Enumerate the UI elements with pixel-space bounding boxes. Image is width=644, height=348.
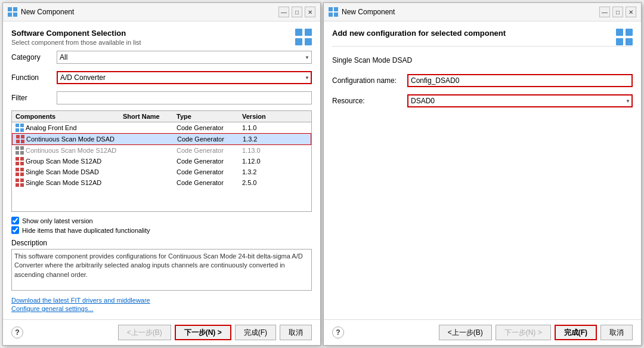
row-version: 1.3.2 — [242, 135, 277, 143]
header-version: Version — [241, 113, 277, 120]
config-name-input[interactable] — [407, 74, 633, 87]
table-row[interactable]: Single Scan Mode DSAD Code Generator 1.3… — [12, 167, 311, 177]
table-row[interactable]: Continuous Scan Mode S12AD Code Generato… — [12, 145, 311, 156]
svg-rect-38 — [616, 38, 623, 45]
right-help-button[interactable]: ? — [332, 327, 344, 338]
checkboxes-section: Show only latest version Hide items that… — [11, 217, 312, 234]
right-header-section: Add new configuration for selected compo… — [332, 29, 633, 39]
row-name: Continuous Scan Mode S12AD — [14, 146, 122, 155]
svg-rect-33 — [334, 7, 338, 11]
header-components: Components — [14, 113, 122, 120]
row-version: 1.13.0 — [241, 147, 277, 154]
category-select[interactable]: All — [57, 51, 312, 64]
description-label: Description — [11, 239, 312, 247]
svg-rect-23 — [20, 162, 24, 165]
svg-rect-15 — [21, 140, 24, 143]
right-minimize-button[interactable]: — — [599, 7, 610, 17]
components-table: Components Short Name Type Version Analo… — [11, 110, 312, 212]
config-name-label: Configuration name: — [332, 76, 404, 85]
filter-input[interactable] — [57, 91, 312, 104]
right-spacer — [332, 115, 633, 312]
filter-label: Filter — [11, 94, 53, 102]
header-short-name: Short Name — [122, 113, 175, 120]
right-prev-button[interactable]: <上一步(B) — [439, 325, 492, 340]
svg-rect-9 — [20, 124, 24, 127]
left-title-bar: New Component — □ ✕ — [3, 3, 320, 21]
svg-rect-36 — [616, 29, 623, 36]
svg-rect-31 — [20, 183, 24, 187]
left-next-button[interactable]: 下一步(N) > — [175, 325, 231, 340]
svg-rect-22 — [16, 162, 19, 165]
resource-select-wrapper: DSAD0 DSAD1 ▼ — [407, 94, 633, 107]
svg-rect-0 — [8, 7, 12, 11]
resource-select[interactable]: DSAD0 DSAD1 — [407, 94, 633, 107]
left-dialog-title: New Component — [21, 8, 275, 16]
row-version: 2.5.0 — [241, 179, 277, 186]
left-finish-button[interactable]: 完成(F) — [235, 325, 276, 340]
left-minimize-button[interactable]: — — [278, 7, 289, 17]
svg-rect-21 — [20, 157, 24, 161]
left-cancel-button[interactable]: 取消 — [280, 325, 312, 340]
show-latest-row: Show only latest version — [11, 217, 312, 224]
svg-rect-2 — [8, 13, 12, 17]
svg-rect-32 — [329, 7, 333, 11]
function-label: Function — [11, 73, 53, 82]
row-version: 1.12.0 — [241, 158, 277, 165]
left-title-controls: — □ ✕ — [278, 7, 315, 17]
svg-rect-39 — [626, 38, 633, 45]
config-name-row: Configuration name: — [332, 74, 633, 87]
show-latest-checkbox[interactable] — [11, 217, 19, 224]
hide-duplicated-row: Hide items that have duplicated function… — [11, 226, 312, 234]
table-row[interactable]: Continuous Scan Mode DSAD Code Generator… — [12, 133, 311, 145]
row-version: 1.1.0 — [241, 124, 277, 131]
function-select[interactable]: A/D Converter — [57, 71, 312, 84]
category-row: Category All ▼ — [11, 51, 312, 64]
left-prev-button[interactable]: <上一步(B) — [118, 325, 171, 340]
svg-rect-10 — [16, 128, 19, 132]
table-row[interactable]: Single Scan Mode S12AD Code Generator 2.… — [12, 177, 311, 188]
function-row: Function A/D Converter ▼ — [11, 71, 312, 84]
left-dialog: New Component — □ ✕ Software Component S… — [2, 2, 321, 346]
svg-rect-13 — [21, 135, 24, 138]
svg-rect-30 — [16, 183, 19, 187]
left-header-section: Software Component Selection Select comp… — [11, 29, 312, 46]
right-maximize-button[interactable]: □ — [612, 7, 623, 17]
right-dialog: New Component — □ ✕ Add new configuratio… — [323, 2, 642, 346]
resource-row: Resource: DSAD0 DSAD1 ▼ — [332, 94, 633, 107]
row-type: Code Generator — [175, 124, 241, 131]
svg-rect-7 — [305, 38, 312, 45]
left-maximize-button[interactable]: □ — [292, 7, 302, 17]
configure-link[interactable]: Configure general settings... — [11, 305, 312, 312]
right-title-controls: — □ ✕ — [599, 7, 636, 17]
filter-row: Filter — [11, 91, 312, 104]
right-section-title: Add new configuration for selected compo… — [332, 29, 633, 38]
table-row[interactable]: Analog Front End Code Generator 1.1.0 — [12, 122, 311, 133]
right-dialog-footer: ? <上一步(B) 下一步(N) > 完成(F) 取消 — [324, 319, 641, 345]
right-close-button[interactable]: ✕ — [626, 7, 636, 17]
table-row[interactable]: Group Scan Mode S12AD Code Generator 1.1… — [12, 156, 311, 167]
left-help-button[interactable]: ? — [11, 327, 23, 338]
svg-rect-20 — [16, 157, 19, 161]
row-name: Continuous Scan Mode DSAD — [15, 135, 122, 143]
left-close-button[interactable]: ✕ — [305, 7, 315, 17]
svg-rect-37 — [626, 29, 633, 36]
function-select-wrapper: A/D Converter ▼ — [57, 71, 312, 84]
svg-rect-5 — [305, 29, 312, 36]
svg-rect-16 — [16, 146, 19, 150]
right-next-button[interactable]: 下一步(N) > — [496, 325, 551, 340]
category-select-wrapper: All ▼ — [57, 51, 312, 64]
right-header-icon — [616, 29, 633, 47]
download-link[interactable]: Download the latest FIT drivers and midd… — [11, 297, 312, 304]
row-type: Code Generator — [175, 168, 241, 175]
svg-rect-17 — [20, 146, 24, 150]
left-section-subtitle: Select component from those available in… — [11, 39, 312, 46]
right-cancel-button[interactable]: 取消 — [600, 325, 633, 340]
left-title-icon — [8, 7, 17, 17]
left-header-icon — [295, 29, 312, 47]
svg-rect-18 — [16, 151, 19, 155]
header-type: Type — [175, 113, 241, 120]
svg-rect-6 — [295, 38, 302, 45]
svg-rect-11 — [20, 128, 24, 132]
right-finish-button[interactable]: 完成(F) — [555, 325, 597, 340]
hide-duplicated-checkbox[interactable] — [11, 226, 19, 234]
